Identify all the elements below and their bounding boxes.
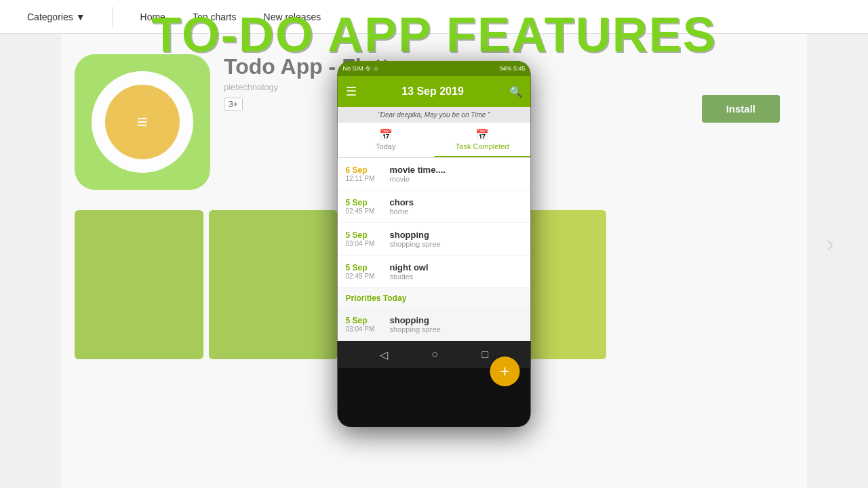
task-time: 02:45 PM <box>346 207 383 215</box>
task-details: movie time.... movie <box>390 165 523 183</box>
home-link[interactable]: Home <box>140 12 165 22</box>
status-bar: No SIM 令 ☆ 94% 5:45 <box>338 61 531 76</box>
task-day: 6 Sep <box>346 165 383 175</box>
task-day: 5 Sep <box>346 263 383 272</box>
screenshot-2 <box>209 210 338 359</box>
today-icon: 📅 <box>379 128 393 141</box>
tab-today[interactable]: 📅 Today <box>338 123 435 157</box>
status-left: No SIM 令 ☆ <box>343 64 379 73</box>
top-nav: Categories ▼ Home Top charts New release… <box>0 0 868 34</box>
back-button[interactable]: ◁ <box>380 348 388 361</box>
task-day: 5 Sep <box>346 316 383 325</box>
task-time: 02:45 PM <box>346 272 383 280</box>
task-date: 6 Sep 12:11 PM <box>346 165 383 182</box>
chevron-down-icon: ▼ <box>76 12 85 22</box>
tab-completed-label: Task Completed <box>456 142 509 150</box>
recents-button[interactable]: □ <box>482 348 489 361</box>
task-time: 03:04 PM <box>346 240 383 247</box>
age-rating: 3+ <box>224 98 243 111</box>
install-button[interactable]: Install <box>702 95 780 123</box>
task-date: 5 Sep 02:45 PM <box>346 198 383 215</box>
task-category: home <box>390 207 523 216</box>
task-date: 5 Sep 03:04 PM <box>346 230 383 247</box>
task-time: 03:04 PM <box>346 325 383 333</box>
task-day: 5 Sep <box>346 198 383 207</box>
new-releases-link[interactable]: New releases <box>264 12 321 22</box>
task-item[interactable]: 5 Sep 03:04 PM shopping shopping spree <box>338 223 531 256</box>
phone-top-bar: ☰ 13 Sep 2019 🔍 <box>338 76 531 107</box>
task-item[interactable]: 6 Sep 12:11 PM movie time.... movie <box>338 158 531 190</box>
app-icon: ≡ <box>75 54 210 190</box>
phone-quote: "Dear deepika, May you be on Time " <box>338 107 531 123</box>
completed-icon: 📅 <box>475 128 489 141</box>
menu-icon[interactable]: ☰ <box>346 84 357 99</box>
task-date: 5 Sep 03:04 PM <box>346 316 383 333</box>
screenshot-1 <box>75 210 203 359</box>
task-item[interactable]: 5 Sep 02:45 PM chors home <box>338 190 531 223</box>
task-name: shopping <box>390 230 523 240</box>
task-category: studies <box>390 272 523 281</box>
phone-date: 13 Sep 2019 <box>401 85 464 98</box>
task-name: shopping <box>390 315 523 325</box>
next-arrow[interactable]: › <box>826 230 834 258</box>
priorities-header[interactable]: Priorities Today <box>338 288 531 308</box>
task-category: shopping spree <box>390 325 523 333</box>
task-category: movie <box>390 175 523 183</box>
task-category: shopping spree <box>390 240 523 248</box>
status-right: 94% 5:45 <box>499 65 525 72</box>
task-details: shopping shopping spree <box>390 230 523 248</box>
phone-mockup: No SIM 令 ☆ 94% 5:45 ☰ 13 Sep 2019 🔍 "Dea… <box>338 61 531 427</box>
task-details: night owl studies <box>390 262 523 281</box>
home-button[interactable]: ○ <box>431 348 438 361</box>
task-time: 12:11 PM <box>346 175 383 182</box>
nav-divider <box>113 7 113 27</box>
top-charts-link[interactable]: Top charts <box>193 12 237 22</box>
task-item[interactable]: 5 Sep 02:45 PM night owl studies <box>338 256 531 288</box>
tab-task-completed[interactable]: 📅 Task Completed <box>434 123 531 157</box>
tab-today-label: Today <box>376 142 395 150</box>
phone-tabs: 📅 Today 📅 Task Completed <box>338 123 531 158</box>
task-name: movie time.... <box>390 165 523 175</box>
fab-button[interactable]: + <box>490 357 520 386</box>
task-details: chors home <box>390 197 523 216</box>
task-list: 6 Sep 12:11 PM movie time.... movie 5 Se… <box>338 158 531 341</box>
task-name: chors <box>390 197 523 207</box>
task-name: night owl <box>390 262 523 272</box>
task-details: shopping shopping spree <box>390 315 523 333</box>
task-date: 5 Sep 02:45 PM <box>346 263 383 280</box>
priority-task-item[interactable]: 5 Sep 03:04 PM shopping shopping spree <box>338 308 531 341</box>
search-icon[interactable]: 🔍 <box>509 85 523 98</box>
task-day: 5 Sep <box>346 230 383 240</box>
categories-menu[interactable]: Categories ▼ <box>27 12 85 22</box>
